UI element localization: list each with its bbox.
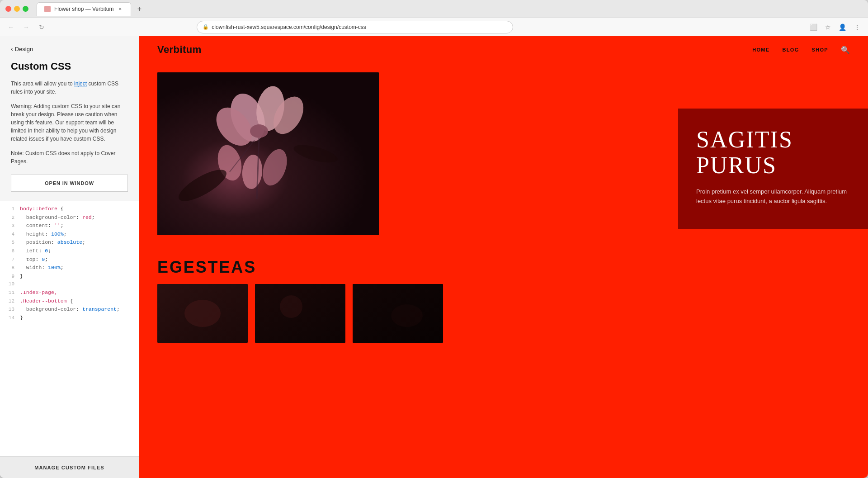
sidebar-note: Note: Custom CSS does not apply to Cover…	[11, 149, 128, 166]
code-editor[interactable]: 1 body::before { 2 background-color: red…	[0, 201, 139, 456]
thumbnail-1	[157, 284, 248, 343]
section-title: EGESTEAS	[157, 258, 850, 277]
svg-point-17	[280, 295, 302, 318]
open-in-window-button[interactable]: OPEN IN WINDOW	[11, 175, 128, 192]
back-arrow-icon: ‹	[11, 45, 13, 52]
hero-heading: SAGITISPURUS	[696, 127, 850, 178]
url-bar[interactable]: 🔒 clownfish-rust-xew5.squarespace.com/co…	[197, 21, 513, 33]
new-tab-button[interactable]: +	[133, 3, 146, 15]
tab-favicon	[44, 6, 51, 12]
code-line-8: 8 width: 100%;	[0, 264, 139, 272]
hero-flower-svg	[157, 72, 379, 235]
tab-title: Flower shop — Verbitum	[54, 6, 113, 12]
code-line-11: 11 .Index-page,	[0, 289, 139, 297]
profile-icon[interactable]: 👤	[837, 22, 848, 33]
code-line-6: 6 left: 0;	[0, 247, 139, 256]
code-line-4: 4 height: 100%;	[0, 230, 139, 239]
forward-button[interactable]: →	[21, 22, 32, 33]
site-logo: Verbitum	[157, 44, 202, 56]
ssl-lock-icon: 🔒	[203, 24, 209, 30]
code-line-13: 13 background-color: transparent;	[0, 305, 139, 314]
back-button[interactable]: ←	[5, 22, 16, 33]
back-to-design-link[interactable]: ‹ Design	[11, 45, 128, 52]
code-line-12: 12 .Header--bottom {	[0, 297, 139, 306]
code-line-5: 5 position: absolute;	[0, 238, 139, 247]
thumb-svg-3	[353, 284, 443, 343]
site-nav: HOME BLOG SHOP 🔍	[752, 46, 850, 54]
sidebar-header: ‹ Design Custom CSS This area will allow…	[0, 36, 139, 175]
tab-bar: Flower shop — Verbitum ✕ +	[37, 2, 146, 16]
cast-icon[interactable]: ⬜	[808, 22, 819, 33]
bottom-section: EGESTEAS	[139, 244, 868, 356]
back-link-label: Design	[15, 46, 33, 52]
code-line-1: 1 body::before {	[0, 205, 139, 213]
thumbnail-3	[353, 284, 443, 343]
manage-custom-files-button[interactable]: MANAGE CUSTOM FILES	[0, 456, 139, 478]
hero-text-box: SAGITISPURUS Proin pretium ex vel semper…	[678, 109, 868, 229]
site-header: Verbitum HOME BLOG SHOP 🔍	[139, 36, 868, 63]
tab-close-button[interactable]: ✕	[117, 6, 123, 12]
website-preview: Verbitum HOME BLOG SHOP 🔍	[139, 36, 868, 478]
code-line-2: 2 background-color: red;	[0, 213, 139, 222]
toolbar-right: ⬜ ☆ 👤 ⋮	[808, 22, 863, 33]
browser-window: Flower shop — Verbitum ✕ + ← → ↻ 🔒 clown…	[0, 0, 868, 478]
bookmark-icon[interactable]: ☆	[823, 22, 834, 33]
inject-link[interactable]: inject	[74, 80, 87, 87]
close-window-button[interactable]	[5, 6, 11, 12]
sidebar: ‹ Design Custom CSS This area will allow…	[0, 36, 139, 478]
hero-section: SAGITISPURUS Proin pretium ex vel semper…	[139, 63, 868, 244]
nav-item-shop[interactable]: SHOP	[812, 47, 828, 52]
code-line-10: 10	[0, 280, 139, 289]
search-icon[interactable]: 🔍	[841, 46, 850, 54]
nav-item-home[interactable]: HOME	[752, 47, 769, 52]
nav-item-blog[interactable]: BLOG	[782, 47, 799, 52]
minimize-window-button[interactable]	[14, 6, 20, 12]
reload-button[interactable]: ↻	[36, 22, 47, 33]
hero-subtext: Proin pretium ex vel semper ullamcorper.…	[696, 187, 850, 206]
active-tab[interactable]: Flower shop — Verbitum ✕	[37, 2, 131, 16]
code-line-3: 3 content: '';	[0, 222, 139, 230]
svg-point-15	[184, 300, 221, 327]
title-bar: Flower shop — Verbitum ✕ +	[0, 0, 868, 18]
menu-icon[interactable]: ⋮	[852, 22, 863, 33]
thumbnail-row	[157, 284, 850, 343]
sidebar-title: Custom CSS	[11, 61, 128, 72]
code-line-14: 14 }	[0, 314, 139, 322]
browser-content: ‹ Design Custom CSS This area will allow…	[0, 36, 868, 478]
svg-point-6	[250, 124, 268, 138]
maximize-window-button[interactable]	[23, 6, 28, 12]
hero-image	[157, 72, 379, 235]
thumbnail-2	[255, 284, 345, 343]
code-line-7: 7 top: 0;	[0, 256, 139, 264]
thumb-svg-1	[157, 284, 248, 343]
code-line-9: 9 }	[0, 272, 139, 281]
traffic-lights	[5, 6, 28, 12]
url-text: clownfish-rust-xew5.squarespace.com/conf…	[212, 24, 366, 30]
svg-point-19	[391, 304, 423, 327]
sidebar-description: This area will allow you to inject custo…	[11, 80, 128, 96]
sidebar-warning: Warning: Adding custom CSS to your site …	[11, 102, 128, 143]
thumb-svg-2	[255, 284, 345, 343]
address-bar: ← → ↻ 🔒 clownfish-rust-xew5.squarespace.…	[0, 18, 868, 36]
